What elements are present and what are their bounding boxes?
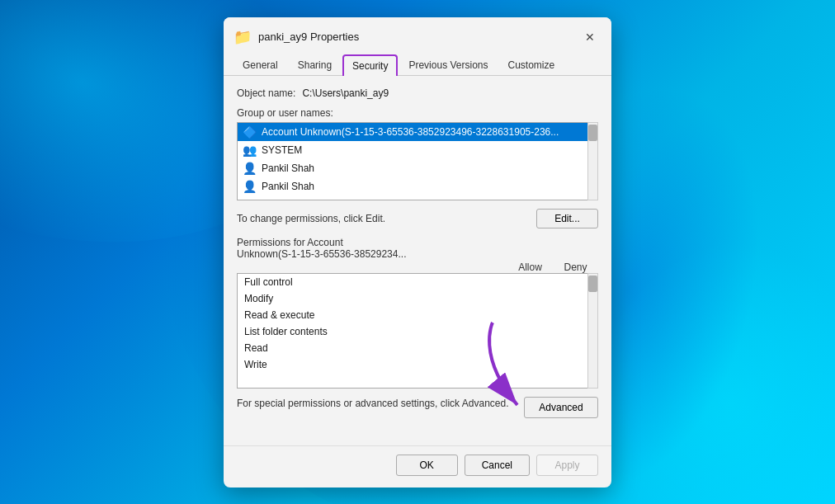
perm-item: Write [238,356,597,373]
user-icon-0: 🔷 [243,125,257,139]
advanced-button[interactable]: Advanced [524,397,598,418]
perm-list-folder: List folder contents [244,326,500,337]
user-name-2: Pankil Shah [262,163,314,174]
users-list[interactable]: 🔷 Account Unknown(S-1-15-3-65536-3852923… [237,122,598,200]
advanced-row: For special permissions or advanced sett… [237,397,598,418]
perms-list: Full control Modify Read & execute [237,273,598,389]
perm-item: Read & execute [238,307,597,323]
user-item[interactable]: 👥 SYSTEM [238,141,597,159]
perm-item: Modify [238,290,597,307]
perm-item: List folder contents [238,323,597,340]
user-icon-3: 👤 [243,180,257,193]
user-item[interactable]: 👤 Pankil Shah [238,177,597,195]
perms-header: Permissions for Account Unknown(S-1-15-3… [237,237,598,260]
scrollbar-thumb [588,125,597,141]
dialog-overlay: 📁 panki_ay9 Properties ✕ General Sharing… [0,0,835,504]
col-deny: Deny [553,261,598,273]
tab-security[interactable]: Security [342,54,398,76]
tab-general[interactable]: General [234,54,287,76]
user-icon-1: 👥 [243,144,257,157]
perms-scrollbar-thumb [588,276,597,292]
permissions-section: Permissions for Account Unknown(S-1-15-3… [237,237,598,389]
object-name-row: Object name: C:\Users\panki_ay9 [237,87,598,99]
folder-icon: 📁 [234,28,252,46]
dialog-titlebar: 📁 panki_ay9 Properties ✕ [224,17,611,49]
col-label [237,261,507,273]
user-name-3: Pankil Shah [262,181,314,192]
group-section: Group or user names: 🔷 Account Unknown(S… [237,107,598,200]
change-perms-row: To change permissions, click Edit. Edit.… [237,209,598,228]
perm-item: Full control [238,274,597,290]
tab-bar: General Sharing Security Previous Versio… [224,49,611,76]
perm-write: Write [244,359,500,370]
close-button[interactable]: ✕ [578,26,601,49]
apply-button: Apply [536,455,598,476]
user-name-1: SYSTEM [262,144,302,156]
tab-customize[interactable]: Customize [498,54,564,76]
col-allow: Allow [507,261,553,273]
object-name-label: Object name: [237,87,295,99]
group-label: Group or user names: [237,107,598,119]
tab-sharing[interactable]: Sharing [289,54,341,76]
perm-item: Read [238,340,597,356]
change-perms-text: To change permissions, click Edit. [237,213,385,224]
user-item[interactable]: 👤 Pankil Shah [238,159,597,177]
advanced-text: For special permissions or advanced sett… [237,397,516,411]
users-scrollbar[interactable] [587,122,598,200]
perm-modify: Modify [244,293,500,304]
cancel-button[interactable]: Cancel [465,455,530,476]
perm-read-execute: Read & execute [244,309,500,321]
perms-columns: Allow Deny [237,261,598,273]
ok-button[interactable]: OK [396,455,458,476]
tab-previous-versions[interactable]: Previous Versions [399,54,497,76]
object-name-value: C:\Users\panki_ay9 [302,87,389,99]
perms-scrollbar[interactable] [587,273,598,389]
user-item[interactable]: 🔷 Account Unknown(S-1-15-3-65536-3852923… [238,123,597,141]
properties-dialog: 📁 panki_ay9 Properties ✕ General Sharing… [224,17,611,488]
perm-read: Read [244,342,500,354]
perm-full-control: Full control [244,276,500,288]
user-name-0: Account Unknown(S-1-15-3-65536-385292349… [262,126,559,138]
dialog-body: Object name: C:\Users\panki_ay9 Group or… [224,76,611,445]
edit-button[interactable]: Edit... [536,209,598,228]
user-icon-2: 👤 [243,162,257,175]
dialog-footer: OK Cancel Apply [224,445,611,488]
dialog-title: panki_ay9 Properties [258,31,572,43]
